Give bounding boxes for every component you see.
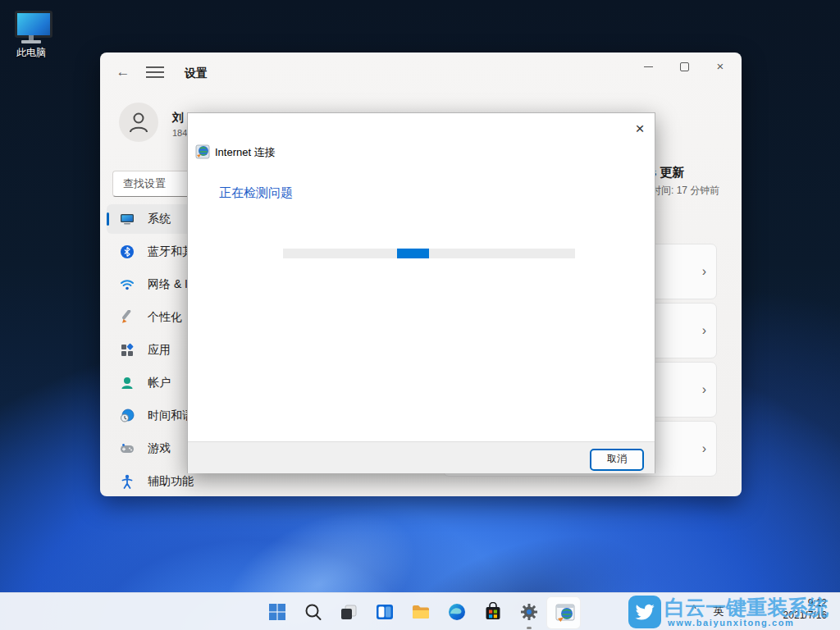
gamepad-icon [120,441,135,456]
task-view-icon [339,602,358,622]
clock-tray[interactable]: 9:12 2021/7/16 [745,597,827,622]
folder-icon [411,602,431,622]
apps-icon [120,343,135,358]
dialog-footer: 取消 [188,441,655,473]
search-icon [304,602,323,622]
gear-icon [519,602,539,622]
selected-indicator [107,212,109,226]
store-icon [483,602,503,622]
bluetooth-icon [120,244,135,259]
windows-update-meta: 时间: 17 分钟前 [651,184,719,198]
tray-expand-caret[interactable]: ^ [692,603,696,614]
profile-name: 刘 [172,111,184,126]
settings-title: 设置 [185,66,208,81]
dialog-close-button[interactable]: × [631,120,649,138]
dialog-status-text: 正在检测问题 [219,185,293,201]
search-button[interactable] [301,600,326,624]
chevron-right-icon: › [702,264,706,279]
file-explorer-button[interactable] [409,600,433,624]
accessibility-icon [120,474,135,489]
troubleshooter-dialog: × Internet 连接 正在检测问题 取消 [187,112,655,473]
dialog-app-title: Internet 连接 [215,145,276,160]
maximize-button[interactable] [666,56,702,79]
monitor-icon [15,11,52,38]
chevron-right-icon: › [702,441,706,456]
clock-globe-icon [120,409,135,423]
task-view-button[interactable] [336,600,361,624]
tray-time: 9:12 [745,597,827,609]
accounts-icon [120,376,135,390]
start-button[interactable] [265,600,290,624]
internet-connection-icon [555,602,576,623]
hamburger-menu-icon[interactable] [146,66,164,78]
widgets-button[interactable] [372,600,397,624]
internet-connection-icon [195,144,210,159]
chevron-right-icon: › [702,323,706,338]
edge-browser-button[interactable] [445,600,469,624]
widgets-icon [375,602,395,622]
brush-icon [120,310,135,325]
running-indicator [527,627,532,629]
user-avatar[interactable] [119,103,158,142]
system-icon [120,212,135,226]
profile-id: 184 [172,128,187,138]
back-button[interactable]: ← [112,62,135,82]
taskbar: ^ 英 9:12 2021/7/16 [0,592,840,630]
minimize-button[interactable] [630,56,666,79]
settings-app-button[interactable] [517,600,541,624]
cancel-button[interactable]: 取消 [590,449,644,471]
this-pc-label: 此电脑 [3,46,59,60]
wifi-icon [120,277,135,292]
progress-bar [283,249,575,258]
troubleshooter-app-button[interactable] [553,600,578,624]
edge-icon [447,602,467,622]
ime-language-indicator[interactable]: 英 [709,600,728,623]
windows-logo-icon [267,602,287,622]
window-close-button[interactable]: × [702,56,738,79]
microsoft-store-button[interactable] [481,600,505,624]
tray-date: 2021/7/16 [745,609,827,622]
person-icon [127,111,150,134]
this-pc-desktop-icon[interactable]: 此电脑 [8,8,54,62]
chevron-right-icon: › [702,382,706,397]
progress-indicator [397,249,429,258]
